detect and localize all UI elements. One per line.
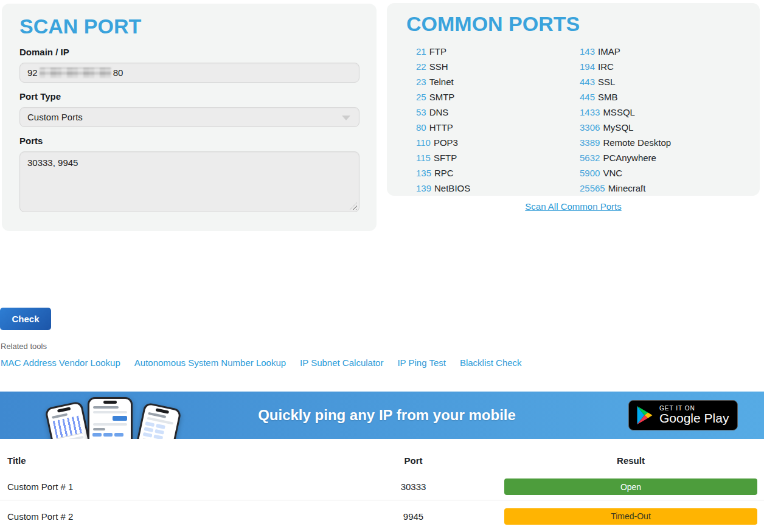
google-play-text: GET IT ON Google Play <box>659 406 729 426</box>
common-port-link[interactable]: 110POP3 <box>416 137 458 148</box>
common-port-item: 3389Remote Desktop <box>580 135 743 150</box>
redacted-text-block <box>40 67 111 78</box>
common-port-item: 110POP3 <box>416 135 580 150</box>
port-name: PCAnywhere <box>603 153 656 163</box>
port-number: 194 <box>580 61 595 72</box>
port-number: 443 <box>580 77 595 87</box>
port-name: Minecraft <box>608 183 646 193</box>
port-number: 5900 <box>580 168 600 178</box>
chevron-down-icon <box>342 116 350 120</box>
related-tool-link[interactable]: IP Ping Test <box>397 358 446 368</box>
ports-value: 30333, 9945 <box>27 157 78 168</box>
port-name: Remote Desktop <box>603 137 671 148</box>
common-port-item: 22SSH <box>416 59 580 74</box>
ports-textarea[interactable]: 30333, 9945 <box>19 151 359 212</box>
common-port-link[interactable]: 3389Remote Desktop <box>580 137 671 148</box>
port-number: 445 <box>580 92 595 102</box>
google-play-badge[interactable]: GET IT ON Google Play <box>628 400 738 430</box>
common-port-link[interactable]: 115SFTP <box>416 153 457 163</box>
common-port-item: 139NetBIOS <box>416 181 580 196</box>
scan-port-title: SCAN PORT <box>19 15 359 38</box>
related-tool-link[interactable]: Blacklist Check <box>460 358 522 368</box>
common-port-link[interactable]: 25565Minecraft <box>580 183 645 193</box>
resize-grip-icon[interactable] <box>350 202 357 210</box>
port-name: SSH <box>429 61 448 72</box>
results-rows: Custom Port # 1 30333 Open Custom Port #… <box>0 474 764 532</box>
common-port-link[interactable]: 21FTP <box>416 46 446 57</box>
common-port-item: 23Telnet <box>416 74 580 89</box>
port-number: 3389 <box>580 137 600 148</box>
common-port-item: 5632PCAnywhere <box>580 150 743 165</box>
port-name: HTTP <box>429 122 453 133</box>
common-port-item: 80HTTP <box>416 120 580 135</box>
port-number: 110 <box>416 137 431 148</box>
ports-label: Ports <box>19 136 359 146</box>
common-port-link[interactable]: 1433MSSQL <box>580 107 635 117</box>
common-port-link[interactable]: 445SMB <box>580 92 618 102</box>
port-name: SMTP <box>429 92 455 102</box>
result-status-badge: Timed-Out <box>504 508 757 525</box>
results-row: Custom Port # 1 30333 Open <box>0 474 764 500</box>
result-port: 9945 <box>375 511 451 522</box>
port-type-select[interactable]: Custom Ports <box>19 107 359 127</box>
common-port-link[interactable]: 5632PCAnywhere <box>580 153 656 163</box>
domain-value-suffix: 80 <box>113 67 123 78</box>
port-number: 5632 <box>580 153 600 163</box>
port-name: RPC <box>434 168 454 178</box>
related-tool-link[interactable]: Autonomous System Number Lookup <box>134 358 286 368</box>
result-port: 30333 <box>375 482 451 492</box>
port-name: SFTP <box>434 153 457 163</box>
common-port-link[interactable]: 25SMTP <box>416 92 454 102</box>
common-ports-columns: 21FTP 22SSH 23Telnet 25SMTP 53DNS <box>406 44 760 196</box>
common-port-link[interactable]: 80HTTP <box>416 122 453 133</box>
port-number: 135 <box>416 168 431 178</box>
common-port-item: 135RPC <box>416 165 580 181</box>
port-number: 3306 <box>580 122 600 133</box>
common-port-item: 115SFTP <box>416 150 580 165</box>
related-tool-link[interactable]: MAC Address Vendor Lookup <box>1 358 120 368</box>
results-header-title: Title <box>0 455 375 466</box>
common-port-link[interactable]: 194IRC <box>580 61 614 72</box>
common-port-link[interactable]: 443SSL <box>580 77 615 87</box>
port-number: 21 <box>416 46 426 57</box>
check-button[interactable]: Check <box>0 308 51 330</box>
google-play-icon <box>637 406 653 424</box>
common-ports-column-2: 143IMAP 194IRC 443SSL 445SMB 1433MSSQL <box>580 44 743 196</box>
common-port-item: 3306MySQL <box>580 120 743 135</box>
common-port-item: 5900VNC <box>580 165 743 181</box>
common-port-link[interactable]: 135RPC <box>416 168 454 178</box>
related-tool-link[interactable]: IP Subnet Calculator <box>300 358 383 368</box>
port-name: VNC <box>603 168 622 178</box>
common-port-link[interactable]: 22SSH <box>416 61 448 72</box>
port-number: 139 <box>416 183 431 193</box>
banner-headline: Quickly ping any IP from your mobile <box>258 407 516 424</box>
phone-mockups <box>54 396 207 439</box>
port-number: 25 <box>416 92 426 102</box>
port-name: SSL <box>598 77 615 87</box>
common-port-item: 445SMB <box>580 89 743 105</box>
common-ports-title: COMMON PORTS <box>406 12 760 36</box>
common-port-item: 25565Minecraft <box>580 181 743 196</box>
results-header-row: Title Port Result <box>0 447 764 474</box>
port-name: DNS <box>429 107 449 117</box>
related-tools-links: MAC Address Vendor Lookup Autonomous Sys… <box>1 358 522 368</box>
domain-value-prefix: 92 <box>27 67 38 78</box>
common-port-link[interactable]: 5900VNC <box>580 168 622 178</box>
common-port-item: 143IMAP <box>580 44 743 59</box>
common-port-link[interactable]: 3306MySQL <box>580 122 633 133</box>
common-ports-panel: COMMON PORTS 21FTP 22SSH 23Telnet 25SMTP <box>387 3 760 196</box>
port-name: MySQL <box>603 122 633 133</box>
port-name: IMAP <box>598 46 620 57</box>
common-port-link[interactable]: 53DNS <box>416 107 448 117</box>
common-port-item: 53DNS <box>416 105 580 120</box>
domain-input[interactable]: 92 80 <box>19 63 359 83</box>
port-name: POP3 <box>434 137 458 148</box>
common-port-link[interactable]: 23Telnet <box>416 77 454 87</box>
common-port-link[interactable]: 143IMAP <box>580 46 620 57</box>
scan-all-common-ports-link[interactable]: Scan All Common Ports <box>525 201 621 212</box>
common-port-link[interactable]: 139NetBIOS <box>416 183 470 193</box>
results-header-port: Port <box>375 455 451 466</box>
port-name: MSSQL <box>603 107 635 117</box>
result-status-badge: Open <box>504 478 757 495</box>
phone-mockup-center <box>88 397 133 439</box>
